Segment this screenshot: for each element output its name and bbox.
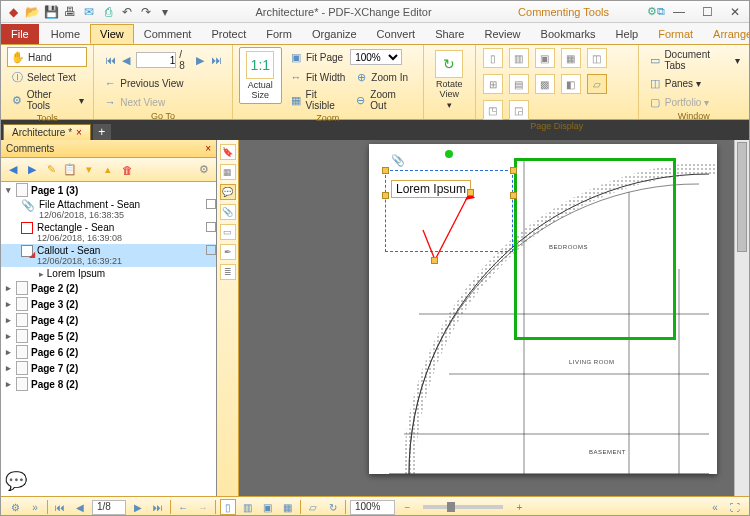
redo-icon[interactable]: ↷ <box>138 4 154 20</box>
sb-more-icon[interactable]: « <box>707 499 723 515</box>
sb-fwd-icon[interactable]: → <box>195 499 211 515</box>
launch-icon[interactable]: ⧉ <box>657 5 665 18</box>
actual-size-button[interactable]: 1:1Actual Size <box>239 47 282 104</box>
tab-form[interactable]: Form <box>256 24 302 44</box>
qat-dropdown-icon[interactable]: ▾ <box>157 4 173 20</box>
sb-single-page-icon[interactable]: ▯ <box>220 499 236 515</box>
panes-button[interactable]: ◫Panes▾ <box>645 74 743 92</box>
mail-icon[interactable]: ✉ <box>81 4 97 20</box>
zoom-in-button[interactable]: + <box>511 499 527 515</box>
bookmarks-pane-icon[interactable]: 🔖 <box>220 144 236 160</box>
tab-bookmarks[interactable]: Bookmarks <box>531 24 606 44</box>
two-page-icon[interactable]: ▣ <box>535 48 555 68</box>
zoom-slider-handle[interactable] <box>447 502 455 512</box>
sb-fullscreen-icon[interactable]: ⛶ <box>727 499 743 515</box>
hand-tool-button[interactable]: ✋Hand <box>7 47 87 67</box>
zoom-select[interactable]: 100% <box>350 49 402 65</box>
scrollbar-thumb[interactable] <box>737 142 747 252</box>
collapse-icon[interactable]: ▴ <box>100 162 116 178</box>
layout-7-icon[interactable]: ▤ <box>509 74 529 94</box>
comment-item[interactable]: Rectangle - Sean12/06/2018, 16:39:08 <box>1 221 216 244</box>
layout-10-icon[interactable]: ▱ <box>587 74 607 94</box>
tree-page-node[interactable]: ▾Page 1 (3) <box>1 182 216 198</box>
print-icon[interactable]: 🖶 <box>62 4 78 20</box>
comments-tree[interactable]: ▾Page 1 (3)📎File Attachment - Sean12/06/… <box>1 182 216 464</box>
portfolio-button[interactable]: ▢Portfolio▾ <box>645 93 743 111</box>
vertical-scrollbar[interactable] <box>734 140 749 496</box>
tab-format[interactable]: Format <box>648 24 703 44</box>
minimize-button[interactable]: — <box>665 2 693 22</box>
continuous-icon[interactable]: ▥ <box>509 48 529 68</box>
tree-page-node[interactable]: ▸Page 8 (2) <box>1 376 216 392</box>
sb-rotate-icon[interactable]: ↻ <box>325 499 341 515</box>
layers-pane-icon[interactable]: ≣ <box>220 264 236 280</box>
sb-twopage-icon[interactable]: ▣ <box>260 499 276 515</box>
page-input[interactable] <box>136 52 176 68</box>
options-icon[interactable]: ⚙ <box>196 162 212 178</box>
document-tabs-button[interactable]: ▭Document Tabs▾ <box>645 47 743 73</box>
scan-icon[interactable]: ⎙ <box>100 4 116 20</box>
annotation-rectangle[interactable] <box>514 158 676 340</box>
prev-page-icon[interactable]: ◀ <box>72 499 88 515</box>
layout-8-icon[interactable]: ▩ <box>535 74 555 94</box>
save-icon[interactable]: 💾 <box>43 4 59 20</box>
tab-help[interactable]: Help <box>606 24 649 44</box>
close-pane-icon[interactable]: × <box>205 143 211 154</box>
tab-review[interactable]: Review <box>474 24 530 44</box>
add-tab-button[interactable]: + <box>93 124 111 140</box>
comment-item[interactable]: ◢Callout - Sean12/06/2018, 16:39:21 <box>1 244 216 267</box>
single-page-icon[interactable]: ▯ <box>483 48 503 68</box>
layout-6-icon[interactable]: ⊞ <box>483 74 503 94</box>
resize-handle[interactable] <box>382 192 389 199</box>
delete-icon[interactable]: 🗑 <box>119 162 135 178</box>
tab-file[interactable]: File <box>1 24 39 44</box>
attachments-pane-icon[interactable]: 📎 <box>220 204 236 220</box>
layout-5-icon[interactable]: ◫ <box>587 48 607 68</box>
fields-pane-icon[interactable]: ▭ <box>220 224 236 240</box>
sb-back-icon[interactable]: ← <box>175 499 191 515</box>
zoom-in-button[interactable]: Zoom In <box>371 72 408 83</box>
signatures-pane-icon[interactable]: ✒ <box>220 244 236 260</box>
tab-convert[interactable]: Convert <box>367 24 426 44</box>
other-tools-button[interactable]: ⚙Other Tools ▾ <box>7 87 87 113</box>
expand-icon[interactable]: ▾ <box>81 162 97 178</box>
page-indicator[interactable]: 1/8 <box>92 500 126 515</box>
first-page-icon[interactable]: ⏮ <box>52 499 68 515</box>
sb-continuous-icon[interactable]: ▥ <box>240 499 256 515</box>
rotate-handle[interactable] <box>445 150 453 158</box>
select-text-button[interactable]: ⒾSelect Text <box>7 68 87 86</box>
document-tab[interactable]: Architecture *× <box>3 124 91 140</box>
comment-child[interactable]: ▸ Lorem Ipsum <box>1 267 216 280</box>
zoom-indicator[interactable]: 100% <box>350 500 396 515</box>
resize-handle[interactable] <box>510 192 517 199</box>
resize-handle[interactable] <box>382 167 389 174</box>
layout-9-icon[interactable]: ◧ <box>561 74 581 94</box>
tab-view[interactable]: View <box>90 24 134 44</box>
tab-home[interactable]: Home <box>41 24 90 44</box>
next-view-button[interactable]: →Next View <box>100 93 226 111</box>
fit-width-button[interactable]: ↔Fit Width ⊕Zoom In <box>286 68 417 86</box>
close-tab-icon[interactable]: × <box>76 127 82 138</box>
tree-page-node[interactable]: ▸Page 6 (2) <box>1 344 216 360</box>
add-reply-icon[interactable]: ✎ <box>43 162 59 178</box>
sb-twocontinuous-icon[interactable]: ▦ <box>280 499 296 515</box>
zoom-out-button[interactable]: − <box>399 499 415 515</box>
previous-view-button[interactable]: ←Previous View <box>100 74 226 92</box>
summarize-icon[interactable]: 📋 <box>62 162 78 178</box>
tree-page-node[interactable]: ▸Page 7 (2) <box>1 360 216 376</box>
fit-page-button[interactable]: ▣Fit Page 100% <box>286 47 417 67</box>
tree-page-node[interactable]: ▸Page 5 (2) <box>1 328 216 344</box>
sb-expand-icon[interactable]: » <box>27 499 43 515</box>
layout-11-icon[interactable]: ◳ <box>483 100 503 120</box>
resize-handle[interactable] <box>431 257 438 264</box>
tree-page-node[interactable]: ▸Page 4 (2) <box>1 312 216 328</box>
fit-visible-button[interactable]: ▦Fit Visible ⊖Zoom Out <box>286 87 417 113</box>
close-button[interactable]: ✕ <box>721 2 749 22</box>
options-icon[interactable]: ⚙ <box>7 499 23 515</box>
zoom-slider[interactable] <box>423 505 503 509</box>
tab-arrange[interactable]: Arrange <box>703 24 750 44</box>
ui-options-icon[interactable]: ⚙ <box>647 5 657 18</box>
undo-icon[interactable]: ↶ <box>119 4 135 20</box>
tab-share[interactable]: Share <box>425 24 474 44</box>
comments-pane-icon[interactable]: 💬 <box>220 184 236 200</box>
